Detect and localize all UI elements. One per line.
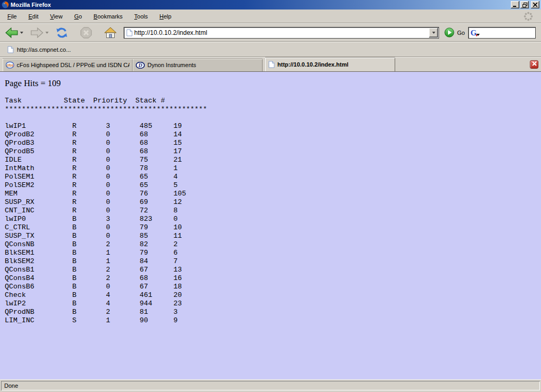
page-icon bbox=[126, 29, 133, 36]
tab-label: Dynon Instruments bbox=[147, 62, 196, 68]
url-bar bbox=[124, 27, 439, 39]
minimize-button[interactable] bbox=[511, 1, 519, 8]
restore-button[interactable] bbox=[520, 1, 529, 8]
menu-file[interactable]: File bbox=[3, 12, 21, 21]
firefox-icon bbox=[2, 1, 9, 8]
search-input[interactable] bbox=[480, 29, 534, 36]
close-button[interactable] bbox=[531, 1, 539, 8]
close-tab-icon bbox=[532, 61, 537, 66]
menu-tools[interactable]: Tools bbox=[130, 12, 152, 21]
tab-close-button[interactable] bbox=[530, 60, 538, 69]
tab-bar: cfos cFos Highspeed DSL / PPPoE und ISDN… bbox=[0, 57, 541, 72]
dynon-icon: D bbox=[136, 62, 145, 69]
status-text: Done bbox=[1, 381, 540, 390]
task-table: Task State Priority Stack # ************… bbox=[5, 97, 541, 325]
page-content: Page Hits = 109 Task State Priority Stac… bbox=[0, 72, 541, 379]
go-label: Go bbox=[457, 30, 465, 36]
stop-icon bbox=[80, 26, 92, 39]
forward-icon bbox=[30, 27, 44, 39]
menu-go[interactable]: Go bbox=[70, 12, 86, 21]
url-input[interactable] bbox=[133, 29, 429, 36]
menu-edit[interactable]: Edit bbox=[24, 12, 43, 21]
close-icon bbox=[533, 3, 537, 7]
forward-button[interactable] bbox=[30, 26, 44, 39]
status-bar: Done bbox=[0, 379, 541, 392]
stop-button[interactable] bbox=[79, 26, 93, 40]
bookmark-label: http://as.cmpnet.co... bbox=[17, 46, 71, 53]
navigation-toolbar: Go G bbox=[0, 23, 541, 42]
reload-icon bbox=[55, 26, 68, 39]
url-dropdown[interactable] bbox=[429, 28, 438, 38]
svg-text:G: G bbox=[471, 29, 477, 37]
browser-window: Mozilla Firefox File Edit View Go Bookma… bbox=[0, 0, 541, 392]
forward-dropdown[interactable] bbox=[44, 27, 50, 38]
bookmarks-toolbar: http://as.cmpnet.co... bbox=[0, 42, 541, 57]
back-icon bbox=[5, 27, 18, 39]
restore-icon bbox=[523, 3, 527, 7]
tab-index-active[interactable]: http://10.0.10.2/index.html bbox=[265, 57, 395, 71]
menu-view[interactable]: View bbox=[46, 12, 67, 21]
menu-bookmarks[interactable]: Bookmarks bbox=[89, 12, 127, 21]
titlebar: Mozilla Firefox bbox=[0, 0, 541, 10]
tab-label: cFos Highspeed DSL / PPPoE und ISDN CAP.… bbox=[17, 62, 129, 68]
bookmark-item[interactable]: http://as.cmpnet.co... bbox=[4, 44, 74, 55]
tab-label: http://10.0.10.2/index.html bbox=[277, 61, 348, 68]
svg-text:cfos: cfos bbox=[6, 63, 14, 67]
back-button[interactable] bbox=[4, 26, 19, 39]
go-icon bbox=[444, 27, 454, 38]
home-icon bbox=[104, 27, 117, 39]
tab-cfos[interactable]: cfos cFos Highspeed DSL / PPPoE und ISDN… bbox=[3, 58, 133, 71]
reload-button[interactable] bbox=[55, 26, 69, 40]
tab-dynon[interactable]: D Dynon Instruments bbox=[133, 58, 263, 71]
menu-help[interactable]: Help bbox=[155, 12, 176, 21]
svg-text:D: D bbox=[138, 62, 142, 68]
back-dropdown[interactable] bbox=[19, 27, 24, 38]
minimize-icon bbox=[513, 3, 517, 7]
search-box: G bbox=[468, 27, 536, 39]
throbber-icon bbox=[523, 11, 534, 22]
go-button[interactable]: Go bbox=[444, 27, 465, 38]
page-icon bbox=[268, 61, 275, 68]
page-hits-text: Page Hits = 109 bbox=[5, 78, 541, 89]
page-icon bbox=[7, 46, 14, 53]
menubar: File Edit View Go Bookmarks Tools Help bbox=[0, 10, 541, 23]
home-button[interactable] bbox=[104, 26, 117, 39]
cfos-icon: cfos bbox=[6, 61, 14, 69]
window-title: Mozilla Firefox bbox=[11, 2, 511, 8]
